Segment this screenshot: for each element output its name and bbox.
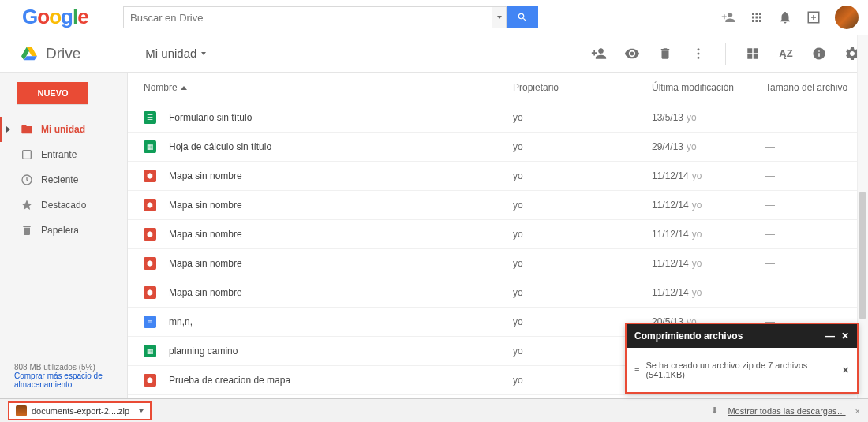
search-input[interactable]	[123, 6, 492, 28]
map-pin-icon: ⬢	[144, 228, 156, 241]
file-owner: yo	[513, 112, 652, 123]
col-modified-header[interactable]: Última modificación	[652, 82, 765, 93]
preview-eye-icon[interactable]	[624, 46, 640, 62]
download-item[interactable]: documents-export-2....zip	[8, 401, 152, 420]
zip-list-icon: ≡	[634, 365, 639, 375]
sidebar: NUEVO Mi unidadEntranteRecienteDestacado…	[0, 73, 128, 422]
form-icon: ☰	[144, 111, 156, 124]
close-icon[interactable]: ✕	[842, 365, 849, 375]
action-icons: ĄZ	[591, 43, 868, 65]
grid-view-icon[interactable]	[745, 46, 761, 62]
file-row[interactable]: ⬢Mapa sin nombreyo11/12/14yo—	[128, 191, 868, 220]
close-icon[interactable]: ✕	[841, 331, 849, 342]
recent-icon	[21, 174, 33, 186]
svg-rect-10	[23, 151, 32, 159]
svg-point-3	[698, 48, 700, 50]
info-icon[interactable]	[811, 46, 827, 62]
download-arrow-icon: ⬇	[711, 405, 718, 416]
file-name: Mapa sin nombre	[169, 200, 513, 211]
compress-message: Se ha creado un archivo zip de 7 archivo…	[645, 360, 836, 379]
search-options-dropdown[interactable]	[492, 6, 507, 28]
chevron-down-icon	[139, 409, 144, 413]
sort-az-icon[interactable]: ĄZ	[778, 46, 794, 62]
sidebar-item-folder[interactable]: Mi unidad	[0, 117, 127, 142]
drive-logo[interactable]: Drive	[21, 45, 80, 62]
storage-buy-link[interactable]: Comprar más espacio dealmacenamiento	[14, 372, 119, 389]
map-pin-icon: ⬢	[144, 257, 156, 270]
svg-rect-8	[747, 54, 752, 58]
file-owner: yo	[513, 170, 652, 181]
user-avatar[interactable]	[835, 6, 859, 29]
sidebar-item-label: Entrante	[41, 149, 77, 160]
scrollbar-thumb[interactable]	[859, 192, 866, 319]
col-size-header[interactable]: Tamaño del archivo	[765, 82, 868, 93]
file-size: —	[765, 229, 868, 240]
file-owner: yo	[513, 229, 652, 240]
more-vertical-icon[interactable]	[690, 46, 706, 62]
incoming-icon	[21, 148, 33, 161]
delete-trash-icon[interactable]	[657, 46, 673, 62]
col-owner-header[interactable]: Propietario	[513, 82, 652, 93]
chevron-down-icon	[201, 52, 206, 55]
show-all-downloads-link[interactable]: Mostrar todas las descargas…	[728, 406, 845, 416]
col-name-header[interactable]: Nombre	[144, 82, 513, 93]
map-pin-icon: ⬢	[144, 374, 156, 387]
file-size: —	[765, 287, 868, 298]
file-name: Hoja de cálculo sin título	[169, 141, 513, 152]
compress-body: ≡ Se ha creado un archivo zip de 7 archi…	[627, 348, 857, 392]
add-person-icon[interactable]	[721, 10, 735, 24]
divider	[725, 43, 726, 65]
google-logo[interactable]: Google	[22, 5, 95, 30]
drive-header: Drive Mi unidad ĄZ	[0, 35, 868, 73]
file-row[interactable]: ☰Formulario sin títuloyo13/5/13yo—	[128, 103, 868, 133]
sidebar-item-incoming[interactable]: Entrante	[0, 142, 127, 167]
file-row[interactable]: ⬢Mapa sin nombreyo11/12/14yo—	[128, 278, 868, 308]
trash-icon	[21, 224, 33, 237]
svg-rect-7	[754, 48, 758, 53]
file-row[interactable]: ⬢Mapa sin nombreyo11/12/14yo—	[128, 162, 868, 191]
sort-ascending-icon	[181, 86, 187, 90]
file-size: —	[765, 258, 868, 269]
vertical-scrollbar[interactable]	[857, 35, 868, 398]
file-modified: 13/5/13yo	[652, 112, 765, 123]
file-size: —	[765, 200, 868, 211]
minimize-icon[interactable]: —	[825, 331, 835, 342]
new-button[interactable]: NUEVO	[17, 82, 88, 104]
download-filename: documents-export-2....zip	[32, 406, 129, 416]
sidebar-item-label: Papelera	[41, 225, 79, 236]
breadcrumb[interactable]: Mi unidad	[145, 47, 206, 60]
file-modified: 11/12/14yo	[652, 200, 765, 211]
breadcrumb-label: Mi unidad	[145, 47, 196, 60]
file-name: Mapa sin nombre	[169, 229, 513, 240]
apps-grid-icon[interactable]	[750, 10, 764, 24]
notifications-icon[interactable]	[778, 10, 792, 24]
file-row[interactable]: ⬢Mapa sin nombreyo11/12/14yo—	[128, 220, 868, 249]
compress-dialog: Comprimiendo archivos — ✕ ≡ Se ha creado…	[625, 323, 859, 394]
file-row[interactable]: ⬢Mapa sin nombreyo11/12/14yo—	[128, 249, 868, 278]
sidebar-item-label: Destacado	[41, 200, 86, 211]
file-name: mn,n,	[169, 316, 513, 327]
column-headers: Nombre Propietario Última modificación T…	[128, 73, 868, 103]
zip-file-icon	[16, 405, 27, 416]
sidebar-item-star[interactable]: Destacado	[0, 192, 127, 218]
svg-rect-6	[747, 48, 752, 53]
file-size: —	[765, 170, 868, 181]
file-modified: 11/12/14yo	[652, 287, 765, 298]
download-bar: documents-export-2....zip ⬇ Mostrar toda…	[0, 398, 868, 422]
close-icon[interactable]: ×	[855, 406, 860, 416]
file-size: —	[765, 141, 868, 152]
search-button[interactable]	[507, 6, 538, 28]
file-modified: 11/12/14yo	[652, 258, 765, 269]
file-row[interactable]: ▦Hoja de cálculo sin títuloyo29/4/13yo—	[128, 133, 868, 162]
sidebar-item-recent[interactable]: Reciente	[0, 167, 127, 192]
file-name: Prueba de creacion de mapa	[169, 375, 513, 386]
search-icon	[517, 12, 528, 23]
compress-dialog-header: Comprimiendo archivos — ✕	[627, 324, 857, 348]
share-person-icon[interactable]	[591, 46, 607, 62]
file-modified: 11/12/14yo	[652, 170, 765, 181]
compress-title: Comprimiendo archivos	[634, 331, 743, 342]
storage-usage: 808 MB utilizados (5%)	[14, 363, 119, 372]
share-icon[interactable]	[806, 10, 821, 24]
sidebar-item-trash[interactable]: Papelera	[0, 218, 127, 243]
top-bar: Google	[0, 0, 868, 35]
